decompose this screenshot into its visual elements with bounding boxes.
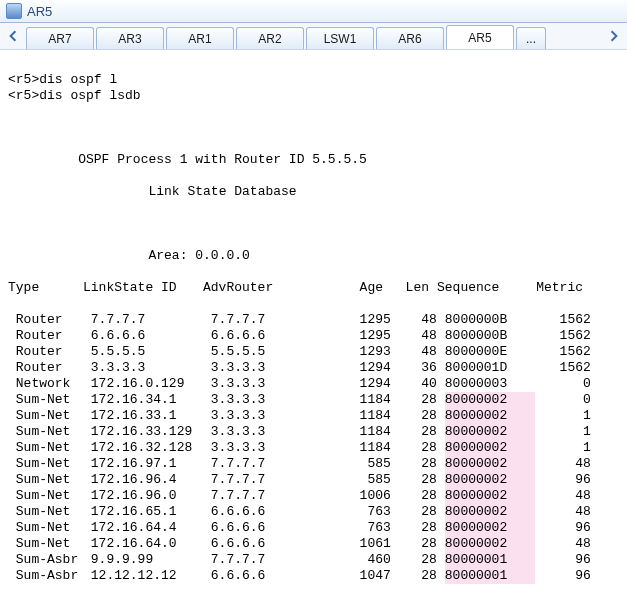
lsdb-row: Sum-Asbr9.9.9.997.7.7.7460288000000196: [8, 552, 619, 568]
lsdb-row: Sum-Asbr12.12.12.126.6.6.610472880000001…: [8, 568, 619, 584]
lsdb-row: Router3.3.3.33.3.3.31294368000001D1562: [8, 360, 619, 376]
lsdb-row: Sum-Net172.16.96.07.7.7.7100628800000024…: [8, 488, 619, 504]
ospf-header-1: OSPF Process 1 with Router ID 5.5.5.5: [8, 152, 619, 168]
lsdb-row: Router5.5.5.55.5.5.51293488000000E1562: [8, 344, 619, 360]
nav-right-button[interactable]: [601, 23, 627, 49]
lsdb-row: Sum-Net172.16.33.1293.3.3.31184288000000…: [8, 424, 619, 440]
lsdb-row: Router7.7.7.77.7.7.71295488000000B1562: [8, 312, 619, 328]
lsdb-row: Sum-Net172.16.34.13.3.3.3118428800000020: [8, 392, 619, 408]
lsdb-row: Router6.6.6.66.6.6.61295488000000B1562: [8, 328, 619, 344]
blank-line: [8, 600, 619, 607]
prompt-line: <r5>dis ospf lsdb: [8, 88, 619, 104]
prompt-line: <r5>dis ospf l: [8, 72, 619, 88]
toolbar: AR7AR3AR1AR2LSW1AR6AR5...: [0, 23, 627, 50]
tab-ar7[interactable]: AR7: [26, 27, 94, 49]
tab-ar1[interactable]: AR1: [166, 27, 234, 49]
lsdb-row: Sum-Net172.16.64.06.6.6.6106128800000024…: [8, 536, 619, 552]
chevron-left-icon: [7, 30, 19, 42]
lsdb-row: Sum-Net172.16.65.16.6.6.6763288000000248: [8, 504, 619, 520]
lsdb-row: Network172.16.0.1293.3.3.312944080000003…: [8, 376, 619, 392]
tab-strip: AR7AR3AR1AR2LSW1AR6AR5...: [26, 23, 601, 49]
tab-ar5[interactable]: AR5: [446, 25, 514, 49]
blank-line: [8, 216, 619, 232]
lsdb-row: Sum-Net172.16.32.1283.3.3.31184288000000…: [8, 440, 619, 456]
lsdb-row: Sum-Net172.16.64.46.6.6.6763288000000296: [8, 520, 619, 536]
app-icon: [6, 3, 22, 19]
ospf-header-2: Link State Database: [8, 184, 619, 200]
tab-overflow[interactable]: ...: [516, 27, 546, 49]
blank-line: [8, 120, 619, 136]
nav-left-button[interactable]: [0, 23, 26, 49]
area-line: Area: 0.0.0.0: [8, 248, 619, 264]
chevron-right-icon: [608, 30, 620, 42]
tab-ar6[interactable]: AR6: [376, 27, 444, 49]
lsdb-row: Sum-Net172.16.33.13.3.3.3118428800000021: [8, 408, 619, 424]
tab-ar2[interactable]: AR2: [236, 27, 304, 49]
title-bar: AR5: [0, 0, 627, 23]
lsdb-row: Sum-Net172.16.97.17.7.7.7585288000000248: [8, 456, 619, 472]
lsdb-row: Sum-Net172.16.96.47.7.7.7585288000000296: [8, 472, 619, 488]
terminal-output[interactable]: <r5>dis ospf l<r5>dis ospf lsdb OSPF Pro…: [0, 50, 627, 607]
tab-lsw1[interactable]: LSW1: [306, 27, 374, 49]
lsdb-column-header: TypeLinkState IDAdvRouterAgeLenSequenceM…: [8, 280, 619, 296]
window-title: AR5: [27, 4, 52, 19]
tab-ar3[interactable]: AR3: [96, 27, 164, 49]
